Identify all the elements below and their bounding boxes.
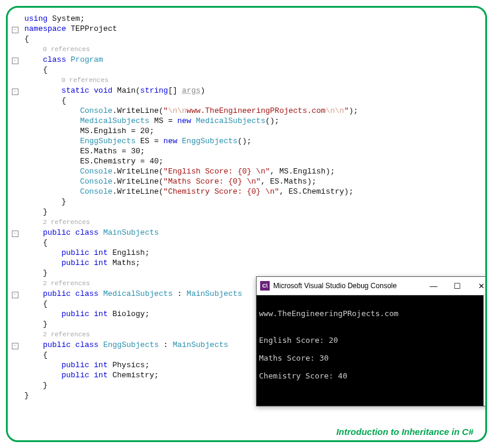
- type-name: EnggSubjects: [182, 137, 238, 146]
- field: English: [112, 248, 145, 257]
- footer-caption: Introduction to Inheritance in C#: [336, 427, 473, 437]
- keyword-public: public: [61, 371, 89, 380]
- variable: ES: [140, 137, 150, 146]
- keyword-public: public: [61, 310, 89, 318]
- statement: MS.English = 20;: [80, 127, 154, 135]
- param-args: args: [182, 86, 200, 95]
- reference-count[interactable]: 2 references: [43, 280, 90, 287]
- keyword-class: class: [75, 228, 99, 237]
- scroll-up-icon[interactable]: ▴: [483, 295, 487, 305]
- method-writeline: WriteLine: [117, 106, 159, 115]
- reference-count[interactable]: 2 references: [43, 219, 90, 226]
- keyword-public: public: [43, 340, 71, 349]
- close-button[interactable]: ✕: [469, 277, 487, 295]
- argument: ES.Maths: [270, 177, 307, 186]
- minimize-button[interactable]: —: [422, 277, 445, 295]
- type-console: Console: [80, 177, 113, 186]
- class-name: MainSubjects: [103, 228, 159, 237]
- fold-icon[interactable]: -: [12, 89, 18, 95]
- type-console: Console: [80, 167, 113, 176]
- editor-frame: using System; -namespace TEPProject { 0 …: [6, 6, 487, 442]
- console-title: Microsoft Visual Studio Debug Console: [273, 282, 422, 290]
- keyword-int: int: [94, 371, 108, 380]
- method-writeline: WriteLine: [117, 177, 159, 186]
- type-console: Console: [80, 106, 113, 115]
- base-class: MainSubjects: [173, 340, 229, 349]
- statement: ES.Chemistry = 40;: [80, 157, 163, 166]
- keyword-public: public: [43, 228, 71, 237]
- class-name: MedicalSubjects: [103, 289, 173, 298]
- string-literal: "Chemistry Score: {0} \n": [163, 187, 279, 196]
- fold-icon[interactable]: -: [12, 343, 18, 349]
- console-line: www.TheEngineeringPRojects.com: [259, 309, 399, 318]
- string-literal: "English Score: {0} \n": [163, 167, 270, 176]
- reference-count[interactable]: 2 references: [43, 331, 90, 338]
- fold-icon[interactable]: -: [12, 58, 18, 64]
- method-name: Main: [117, 86, 135, 95]
- fold-icon[interactable]: -: [12, 27, 18, 33]
- field: Chemistry: [112, 371, 154, 380]
- method-writeline: WriteLine: [117, 187, 159, 196]
- type-name: MedicalSubjects: [196, 116, 266, 125]
- scroll-down-icon[interactable]: ▾: [483, 396, 487, 406]
- keyword-new: new: [177, 116, 191, 125]
- escape-seq: \n\n: [168, 106, 187, 115]
- field: Physics: [112, 361, 145, 370]
- keyword-using: using: [24, 14, 48, 23]
- keyword-void: void: [94, 86, 112, 95]
- type-name: MedicalSubjects: [80, 116, 150, 125]
- argument: MS.English: [279, 167, 325, 176]
- console-line: English Score: 20: [259, 336, 338, 345]
- keyword-int: int: [94, 248, 108, 257]
- field: Maths: [112, 258, 135, 267]
- console-titlebar[interactable]: C\ Microsoft Visual Studio Debug Console…: [257, 277, 487, 295]
- keyword-static: static: [61, 86, 89, 95]
- keyword-public: public: [61, 258, 89, 267]
- namespace-name: TEPProject: [71, 24, 117, 33]
- keyword-int: int: [94, 258, 108, 267]
- keyword-class: class: [75, 340, 99, 349]
- console-line: Maths Score: 30: [259, 354, 328, 362]
- keyword-public: public: [61, 248, 89, 257]
- base-class: MainSubjects: [187, 289, 242, 298]
- console-output[interactable]: www.TheEngineeringPRojects.com English S…: [257, 295, 487, 406]
- string-literal: www.TheEngineeringPRojects.com: [187, 106, 325, 115]
- variable: MS: [154, 116, 163, 125]
- keyword-int: int: [94, 361, 108, 370]
- keyword-public: public: [61, 361, 89, 370]
- string-literal: ": [163, 106, 168, 115]
- keyword-public: public: [43, 289, 71, 298]
- keyword-string: string: [140, 86, 168, 95]
- keyword-class: class: [43, 55, 66, 64]
- scrollbar[interactable]: ▴ ▾: [483, 295, 487, 406]
- console-line: Chemistry Score: 40: [259, 371, 347, 380]
- escape-seq: \n\n: [325, 106, 344, 115]
- keyword-class: class: [75, 289, 99, 298]
- identifier: System: [52, 14, 80, 23]
- field: Biology: [112, 310, 145, 318]
- reference-count[interactable]: 0 references: [61, 77, 108, 84]
- keyword-new: new: [163, 137, 177, 146]
- type-name: EnggSubjects: [80, 137, 136, 146]
- argument: ES.Chemistry: [289, 187, 345, 196]
- class-name: Program: [71, 55, 103, 64]
- vs-icon: C\: [260, 281, 270, 291]
- type-console: Console: [80, 187, 113, 196]
- keyword-namespace: namespace: [24, 24, 66, 33]
- debug-console-window[interactable]: C\ Microsoft Visual Studio Debug Console…: [256, 276, 487, 406]
- statement: ES.Maths = 30;: [80, 147, 145, 156]
- fold-icon[interactable]: -: [12, 292, 18, 298]
- keyword-int: int: [94, 310, 108, 318]
- method-writeline: WriteLine: [117, 167, 159, 176]
- fold-icon[interactable]: -: [12, 231, 18, 237]
- class-name: EnggSubjects: [103, 340, 159, 349]
- reference-count[interactable]: 0 references: [43, 46, 90, 53]
- maximize-button[interactable]: ☐: [445, 277, 469, 295]
- string-literal: "Maths Score: {0} \n": [163, 177, 261, 186]
